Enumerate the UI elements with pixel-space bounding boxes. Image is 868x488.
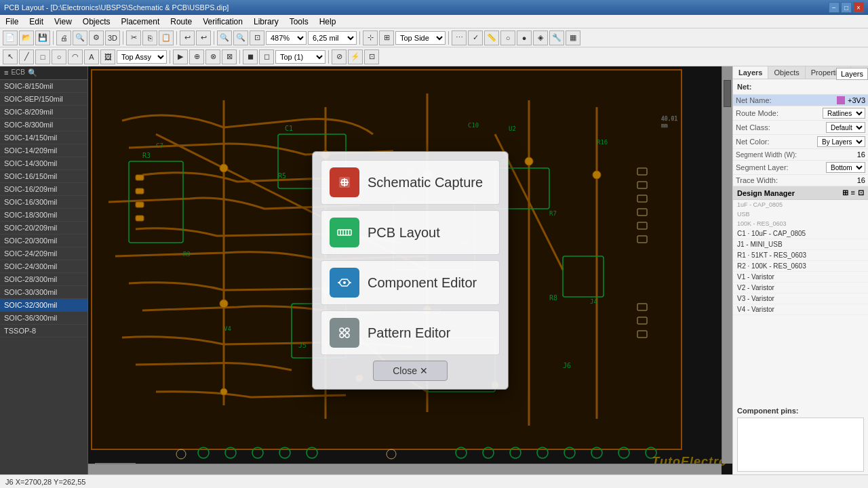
sidebar-item[interactable]: SOIC-8/150mil xyxy=(0,80,87,93)
menu-item-view[interactable]: View xyxy=(49,16,77,28)
zoom-out-button[interactable]: 🔍 xyxy=(233,30,248,45)
open-button[interactable]: 📂 xyxy=(19,30,34,45)
dm-item[interactable]: V4 - Varistor xyxy=(733,304,868,315)
tab-layers[interactable]: Layers xyxy=(733,66,768,79)
undo-button[interactable]: ↩ xyxy=(180,30,195,45)
layer-select[interactable]: Top Side xyxy=(395,31,446,45)
tab-objects[interactable]: Objects xyxy=(768,66,805,79)
menu-item-verification[interactable]: Verification xyxy=(197,16,248,28)
print-preview-button[interactable]: 🔍 xyxy=(73,30,87,45)
zoom-fit-button[interactable]: ⊡ xyxy=(250,30,264,45)
net-class-select[interactable]: Default xyxy=(826,122,865,133)
window-controls[interactable]: − □ × xyxy=(829,2,864,13)
copper-button[interactable]: ▦ xyxy=(566,30,580,45)
schematic-capture-option[interactable]: Schematic Capture xyxy=(321,160,500,205)
sidebar-item[interactable]: SOIC-16/209mil xyxy=(0,183,87,196)
sidebar-item[interactable]: SOIC-30/300mil xyxy=(0,286,87,299)
measure-button[interactable]: 📏 xyxy=(484,30,499,45)
cut-button[interactable]: ✂ xyxy=(126,30,141,45)
route-mode-select[interactable]: Ratlines xyxy=(823,108,865,119)
sidebar-item[interactable]: SOIC-24/300mil xyxy=(0,260,87,273)
sidebar-item[interactable]: SOIC-24/209mil xyxy=(0,247,87,260)
sidebar-item[interactable]: SOIC-14/300mil xyxy=(0,157,87,170)
pcb-layout-option[interactable]: PCB Layout xyxy=(321,210,500,255)
menu-item-route[interactable]: Route xyxy=(165,16,197,28)
text-button[interactable]: A xyxy=(84,49,99,64)
dm-icon1[interactable]: ⊞ xyxy=(842,188,848,197)
via-button[interactable]: ○ xyxy=(500,30,515,45)
rules-button[interactable]: ⚡ xyxy=(348,49,363,64)
print-button[interactable]: 🖨 xyxy=(56,30,71,45)
menu-item-file[interactable]: File xyxy=(0,16,24,28)
sidebar-item[interactable]: SOIC-36/300mil xyxy=(0,312,87,325)
sidebar-item[interactable]: SOIC-8/300mil xyxy=(0,119,87,131)
sidebar-item[interactable]: SOIC-16/150mil xyxy=(0,170,87,183)
netlist-button[interactable]: ⊡ xyxy=(364,49,379,64)
ratsnest-button[interactable]: ⋯ xyxy=(452,30,467,45)
pcb-canvas-area[interactable]: R3 C1 J3 R6 R8 R5 J5 J6 xyxy=(88,66,732,474)
rect-button[interactable]: □ xyxy=(35,49,50,64)
menu-item-edit[interactable]: Edit xyxy=(24,16,49,28)
tools-button[interactable]: 🔧 xyxy=(549,30,564,45)
sidebar-item[interactable]: SOIC-28/300mil xyxy=(0,273,87,286)
sidebar-item[interactable]: SOIC-16/300mil xyxy=(0,196,87,209)
sidebar-item[interactable]: TSSOP-8 xyxy=(0,325,87,338)
dm-item[interactable]: V1 - Varistor xyxy=(733,272,868,283)
dm-item[interactable]: V2 - Varistor xyxy=(733,283,868,293)
pour-vcc[interactable]: ◻ xyxy=(259,49,274,64)
net-color-select[interactable]: By Layers xyxy=(817,136,865,147)
dm-item[interactable]: C1 · 10uF - CAP_0805 xyxy=(733,228,868,239)
pattern-editor-option[interactable]: Pattern Editor xyxy=(321,310,500,355)
menu-item-placement[interactable]: Placement xyxy=(116,16,165,28)
zoom-select[interactable]: 487% xyxy=(266,31,307,45)
sidebar-item[interactable]: SOIC-20/209mil xyxy=(0,222,87,235)
route-bus[interactable]: ⊠ xyxy=(222,49,237,64)
circle-button[interactable]: ○ xyxy=(52,49,66,64)
dm-icon3[interactable]: ⊡ xyxy=(858,188,864,197)
sidebar-list-icon[interactable]: ≡ xyxy=(4,68,8,77)
pour-button[interactable]: ◈ xyxy=(533,30,548,45)
paste-button[interactable]: 📋 xyxy=(159,30,174,45)
sidebar-item[interactable]: SOIC-18/300mil xyxy=(0,209,87,222)
menu-item-objects[interactable]: Objects xyxy=(77,16,116,28)
snap-button[interactable]: ⊹ xyxy=(363,30,378,45)
sidebar-item[interactable]: SOIC-14/150mil xyxy=(0,131,87,144)
image-button[interactable]: 🖼 xyxy=(100,49,115,64)
dm-item[interactable]: J1 - MINI_USB xyxy=(733,239,868,250)
copy-button[interactable]: ⎘ xyxy=(142,30,157,45)
dm-item[interactable]: R1 · 51KT - RES_0603 xyxy=(733,250,868,261)
new-button[interactable]: 📄 xyxy=(3,30,18,45)
seg-layer-select[interactable]: Bottom xyxy=(826,162,865,173)
sidebar-item[interactable]: SOIC-8/209mil xyxy=(0,106,87,119)
sidebar-item[interactable]: SOIC-14/209mil xyxy=(0,144,87,157)
route-start[interactable]: ▶ xyxy=(173,49,188,64)
route-interactive[interactable]: ⊕ xyxy=(189,49,204,64)
component-editor-option[interactable]: Component Editor xyxy=(321,260,500,305)
keepout-button[interactable]: ⊘ xyxy=(332,49,347,64)
grid-button[interactable]: ⊞ xyxy=(379,30,394,45)
maximize-button[interactable]: □ xyxy=(841,2,852,13)
board-setup-button[interactable]: ⚙ xyxy=(89,30,104,45)
menu-item-tools[interactable]: Tools xyxy=(284,16,314,28)
line-button[interactable]: ╱ xyxy=(19,49,34,64)
sidebar-search-icon[interactable]: 🔍 xyxy=(28,68,37,77)
sidebar-item[interactable]: SOIC-32/300mil xyxy=(0,299,87,312)
menu-item-help[interactable]: Help xyxy=(314,16,342,28)
sidebar-item[interactable]: SOIC-8EP/150mil xyxy=(0,93,87,106)
routing-layer-select[interactable]: Top (1) xyxy=(275,50,326,64)
drc-button[interactable]: ✓ xyxy=(468,30,483,45)
save-button[interactable]: 💾 xyxy=(35,30,50,45)
redo-button[interactable]: ↩ xyxy=(196,30,211,45)
3d-view-button[interactable]: 3D xyxy=(105,30,120,45)
menu-item-library[interactable]: Library xyxy=(248,16,284,28)
sidebar-item[interactable]: SOIC-20/300mil xyxy=(0,235,87,247)
zoom-in-button[interactable]: 🔍 xyxy=(217,30,232,45)
select-button[interactable]: ↖ xyxy=(3,49,18,64)
close-dialog-button[interactable]: Close ✕ xyxy=(373,361,448,381)
dm-item[interactable]: R2 · 100K - RES_0603 xyxy=(733,261,868,272)
minimize-button[interactable]: − xyxy=(829,2,840,13)
dm-icon2[interactable]: ≡ xyxy=(851,188,855,197)
layer-select2[interactable]: Top Assy xyxy=(117,50,167,64)
arc-button[interactable]: ◠ xyxy=(68,49,83,64)
pad-button[interactable]: ● xyxy=(517,30,532,45)
